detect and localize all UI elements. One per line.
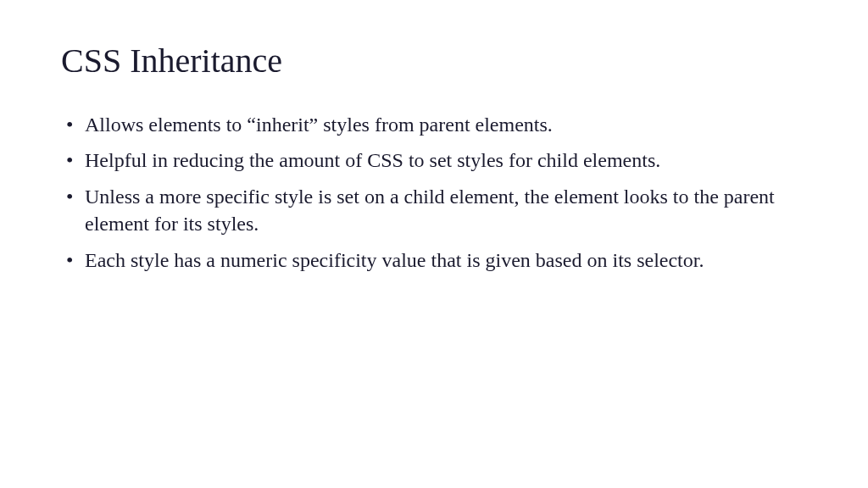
list-item: Unless a more specific style is set on a… [61,183,807,238]
bullet-list: Allows elements to “inherit” styles from… [61,111,807,274]
list-item: Helpful in reducing the amount of CSS to… [61,147,807,174]
list-item: Allows elements to “inherit” styles from… [61,111,807,138]
slide-title: CSS Inheritance [61,41,807,80]
list-item: Each style has a numeric specificity val… [61,247,807,274]
